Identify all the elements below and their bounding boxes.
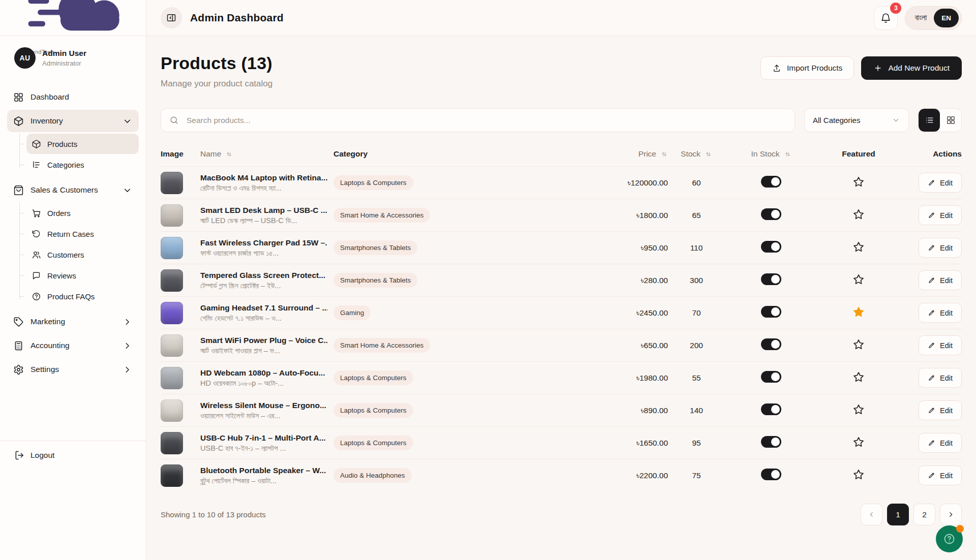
language-option-bangla[interactable]: বাংলা <box>914 13 927 22</box>
edit-button[interactable]: Edit <box>919 205 962 225</box>
in-stock-toggle[interactable] <box>761 469 781 480</box>
category-badge: Smartphones & Tablets <box>333 240 417 255</box>
in-stock-toggle[interactable] <box>761 306 781 318</box>
page-head: Products (13) Manage your product catalo… <box>161 53 962 89</box>
product-name-cell[interactable]: Fast Wireless Charger Pad 15W –...ফাস্ট … <box>200 238 333 258</box>
language-switcher[interactable]: বাংলা EN <box>905 6 962 30</box>
pagination-page-button[interactable]: 2 <box>913 504 935 525</box>
featured-star-button[interactable] <box>852 338 865 351</box>
in-stock-toggle[interactable] <box>761 273 781 285</box>
pencil-icon <box>928 179 935 186</box>
edit-button[interactable]: Edit <box>919 173 962 193</box>
help-circle-icon <box>32 292 41 301</box>
sidebar-item-customers[interactable]: Customers <box>26 244 139 265</box>
import-products-button[interactable]: Import Products <box>760 56 854 80</box>
help-notification-dot <box>956 525 964 533</box>
sidebar-item-sales-customers[interactable]: Sales & Customers <box>7 179 139 201</box>
sidebar-item-label: Products <box>47 140 77 148</box>
column-header-name[interactable]: Name <box>200 149 333 159</box>
in-stock-toggle[interactable] <box>761 403 781 415</box>
in-stock-toggle[interactable] <box>761 176 781 188</box>
table-header-row: ImageNameCategoryPriceStockIn StockFeatu… <box>161 149 962 166</box>
language-option-en[interactable]: EN <box>934 9 959 27</box>
gear-icon <box>13 364 24 375</box>
add-new-product-button[interactable]: Add New Product <box>861 56 962 80</box>
notifications-button[interactable]: 3 <box>874 6 898 30</box>
sidebar-item-accounting[interactable]: Accounting <box>7 334 139 357</box>
edit-button[interactable]: Edit <box>919 400 962 420</box>
in-stock-toggle[interactable] <box>761 241 781 253</box>
pagination-page-button[interactable]: 1 <box>887 504 909 525</box>
pagination-next-button[interactable] <box>940 504 962 525</box>
in-stock-toggle[interactable] <box>761 436 781 448</box>
product-stock: 300 <box>690 276 703 285</box>
edit-button[interactable]: Edit <box>919 270 962 290</box>
product-name-en: Bluetooth Portable Speaker – W... <box>200 466 327 475</box>
grid-view-icon <box>946 115 956 125</box>
edit-button[interactable]: Edit <box>919 433 962 453</box>
featured-star-button[interactable] <box>852 175 865 189</box>
edit-button[interactable]: Edit <box>919 465 962 485</box>
product-name-cell[interactable]: USB-C Hub 7-in-1 – Multi-Port A...USB-C … <box>200 433 333 453</box>
product-name-cell[interactable]: Gaming Headset 7.1 Surround – ...গেমিং হ… <box>200 303 333 323</box>
product-name-en: HD Webcam 1080p – Auto-Focu... <box>200 368 327 378</box>
grid-view-button[interactable] <box>940 109 961 132</box>
sidebar-item-dashboard[interactable]: Dashboard <box>7 86 139 108</box>
sidebar-item-label: Dashboard <box>30 92 69 102</box>
product-name-en: USB-C Hub 7-in-1 – Multi-Port A... <box>200 433 327 443</box>
sidebar-item-product-faqs[interactable]: Product FAQs <box>26 286 139 306</box>
product-thumbnail <box>161 367 183 389</box>
product-name-cell[interactable]: Bluetooth Portable Speaker – W...ব্লুটুথ… <box>200 466 333 485</box>
product-name-cell[interactable]: HD Webcam 1080p – Auto-Focu...HD ওয়েবক্… <box>200 368 333 388</box>
sidebar-item-return-cases[interactable]: Return Cases <box>26 224 139 244</box>
pencil-icon <box>928 211 935 219</box>
product-price: ৳120000.00 <box>628 178 668 188</box>
sidebar-item-settings[interactable]: Settings <box>7 358 139 381</box>
category-filter-select[interactable]: All Categories <box>804 108 909 132</box>
sidebar-item-categories[interactable]: Categories <box>26 154 139 175</box>
product-name-cell[interactable]: Smart WiFi Power Plug – Voice C...স্মার্… <box>200 336 333 355</box>
in-stock-toggle[interactable] <box>761 371 781 383</box>
featured-star-button[interactable] <box>852 273 865 286</box>
featured-star-button[interactable] <box>852 305 865 319</box>
help-button[interactable] <box>936 525 963 552</box>
pagination-prev-button[interactable] <box>861 504 882 525</box>
sidebar-item-marketing[interactable]: Marketing <box>7 310 139 333</box>
sidebar-item-inventory[interactable]: Inventory <box>7 110 139 132</box>
search-input[interactable] <box>186 115 786 126</box>
sidebar-item-products[interactable]: Products <box>26 134 139 154</box>
product-name-cell[interactable]: Smart LED Desk Lamp – USB-C ...স্মার্ট L… <box>200 206 333 225</box>
edit-button[interactable]: Edit <box>919 238 962 258</box>
product-name-cell[interactable]: MacBook M4 Laptop with Retina...রেটিনা ড… <box>200 173 333 193</box>
column-header-stock[interactable]: Stock <box>681 149 712 159</box>
product-thumbnail <box>161 432 183 454</box>
edit-button[interactable]: Edit <box>919 335 962 355</box>
filter-row: All Categories <box>161 108 962 132</box>
edit-button[interactable]: Edit <box>919 303 962 323</box>
edit-button[interactable]: Edit <box>919 368 962 388</box>
product-name-cell[interactable]: Wireless Silent Mouse – Ergono...ওয়্যার… <box>200 401 333 420</box>
product-price: ৳1650.00 <box>636 439 668 448</box>
column-header-in-stock[interactable]: In Stock <box>751 149 791 159</box>
toggle-knob <box>771 307 780 316</box>
column-header-category: Category <box>333 149 608 159</box>
product-name-en: Fast Wireless Charger Pad 15W –... <box>200 238 327 247</box>
sidebar-collapse-button[interactable] <box>161 7 182 28</box>
sort-icon <box>784 150 791 158</box>
list-view-button[interactable] <box>919 109 940 132</box>
in-stock-toggle[interactable] <box>761 338 781 350</box>
column-header-price[interactable]: Price <box>638 149 668 159</box>
featured-star-button[interactable] <box>852 208 865 221</box>
sidebar-item-orders[interactable]: Orders <box>26 203 139 223</box>
logout-button[interactable]: Logout <box>14 450 132 460</box>
sidebar-item-reviews[interactable]: Reviews <box>26 265 139 286</box>
package-icon <box>13 116 24 127</box>
featured-star-button[interactable] <box>852 240 865 254</box>
featured-star-button[interactable] <box>852 370 865 384</box>
featured-star-button[interactable] <box>852 435 865 449</box>
product-thumbnail <box>161 204 183 227</box>
featured-star-button[interactable] <box>852 403 865 416</box>
in-stock-toggle[interactable] <box>761 208 781 220</box>
product-name-cell[interactable]: Tempered Glass Screen Protect...টেম্পার্… <box>200 271 333 290</box>
featured-star-button[interactable] <box>852 468 865 481</box>
